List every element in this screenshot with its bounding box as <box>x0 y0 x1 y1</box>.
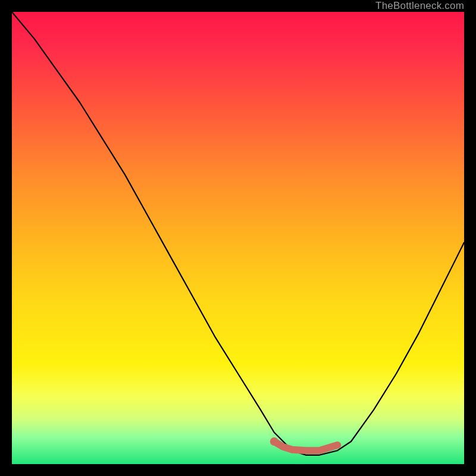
watermark-text: TheBottleneck.com <box>375 0 464 12</box>
highlight-start-dot <box>270 437 278 446</box>
chart-stage: TheBottleneck.com <box>0 0 476 476</box>
bottleneck-curve <box>12 12 464 455</box>
plot-area <box>12 12 464 464</box>
plot-svg <box>12 12 464 464</box>
